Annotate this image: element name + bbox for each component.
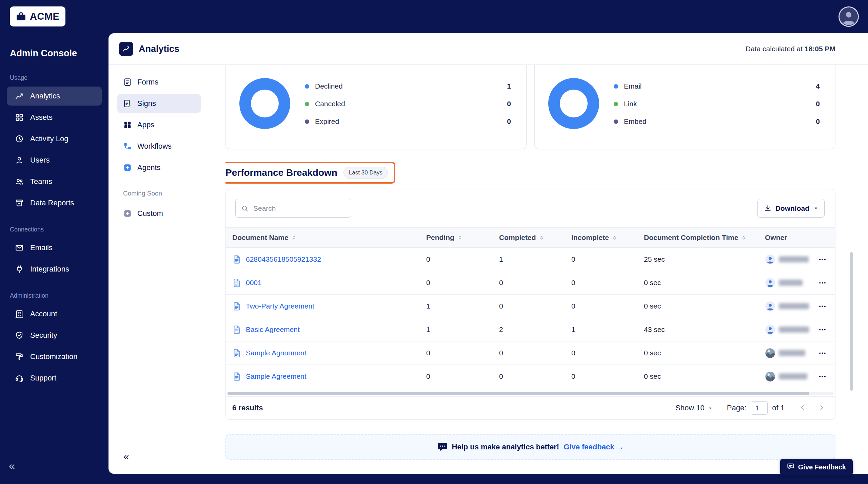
sidebar-sections: UsageAnalyticsAssetsActivity LogUsersTea… bbox=[0, 74, 108, 388]
give-feedback-link[interactable]: Give feedback → bbox=[564, 443, 624, 451]
document-icon bbox=[232, 278, 241, 287]
sidebar-item-data-reports[interactable]: Data Reports bbox=[7, 193, 102, 212]
previous-page-button[interactable] bbox=[798, 404, 807, 412]
column-header-actions bbox=[809, 228, 835, 247]
data-reports-icon bbox=[15, 199, 24, 207]
search-input[interactable] bbox=[253, 204, 346, 213]
sidebar-item-integrations[interactable]: Integrations bbox=[7, 260, 102, 279]
table-body: 628043561850592133201025 sec00010000 sec… bbox=[226, 248, 835, 388]
subnav-item-custom[interactable]: Custom bbox=[117, 204, 201, 223]
page-number-input[interactable] bbox=[751, 401, 768, 415]
document-name-link[interactable]: Two-Party Agreement bbox=[246, 302, 314, 310]
sidebar-item-users[interactable]: Users bbox=[7, 151, 102, 170]
donut-cards-row: Declined1Canceled0Expired0 Email4Link0Em… bbox=[225, 65, 835, 149]
donut-chart bbox=[548, 78, 599, 129]
acme-logo[interactable]: ACME bbox=[10, 6, 65, 26]
legend-label: Link bbox=[624, 100, 816, 108]
next-page-button[interactable] bbox=[817, 404, 826, 412]
cell-incomplete: 1 bbox=[565, 318, 637, 341]
results-count: 6 results bbox=[232, 404, 263, 412]
caret-down-icon bbox=[813, 205, 819, 211]
subnav-item-label: Custom bbox=[137, 209, 163, 218]
sidebar-item-list: EmailsIntegrations bbox=[0, 238, 108, 279]
sidebar-item-analytics[interactable]: Analytics bbox=[7, 87, 102, 106]
performance-breakdown-title: Performance Breakdown bbox=[225, 167, 337, 178]
sidebar-collapse-button[interactable]: « bbox=[9, 460, 15, 471]
cell-pending: 0 bbox=[420, 248, 493, 271]
document-name-link[interactable]: Sample Agreement bbox=[246, 349, 307, 357]
vertical-scrollbar[interactable] bbox=[850, 252, 853, 391]
owner-cell bbox=[758, 248, 809, 271]
subnav-collapse-button[interactable]: « bbox=[123, 451, 129, 462]
legend-row: Link0 bbox=[614, 99, 820, 109]
column-header-completed[interactable]: Completed bbox=[493, 228, 565, 247]
apps-icon bbox=[123, 120, 132, 129]
chevron-right-icon bbox=[818, 404, 825, 412]
sort-icon bbox=[612, 235, 617, 240]
document-name-cell: Two-Party Agreement bbox=[226, 295, 420, 318]
legend-value: 4 bbox=[816, 82, 820, 90]
document-name-cell: Sample Agreement bbox=[226, 365, 420, 388]
column-header-pending[interactable]: Pending bbox=[420, 228, 493, 247]
subnav-item-agents[interactable]: Agents bbox=[117, 158, 201, 177]
document-name-link[interactable]: Basic Agreement bbox=[246, 325, 300, 334]
donut-legend: Declined1Canceled0Expired0 bbox=[305, 81, 511, 127]
sidebar-item-customization[interactable]: Customization bbox=[7, 347, 102, 366]
document-name-link[interactable]: Sample Agreement bbox=[246, 372, 307, 380]
page-title: Analytics bbox=[139, 44, 179, 54]
sidebar-item-assets[interactable]: Assets bbox=[7, 108, 102, 127]
row-actions-button[interactable] bbox=[816, 323, 829, 336]
horizontal-scrollbar[interactable] bbox=[228, 392, 809, 395]
cell-incomplete: 0 bbox=[565, 248, 637, 271]
sidebar-item-label: Activity Log bbox=[30, 134, 68, 143]
sidebar-item-activity-log[interactable]: Activity Log bbox=[7, 129, 102, 148]
legend-value: 0 bbox=[816, 100, 820, 108]
sidebar-item-emails[interactable]: Emails bbox=[7, 238, 102, 257]
sidebar: Admin Console UsageAnalyticsAssetsActivi… bbox=[0, 33, 108, 484]
sidebar-item-account[interactable]: Account bbox=[7, 304, 102, 323]
cell-pending: 0 bbox=[420, 271, 493, 294]
legend-label: Email bbox=[624, 82, 816, 90]
legend-dot bbox=[305, 119, 309, 124]
show-per-page-select[interactable]: Show 10 bbox=[675, 404, 713, 412]
performance-table-card: Download Document NamePendingCompletedIn… bbox=[225, 189, 835, 420]
users-icon bbox=[15, 156, 24, 165]
column-header-incomplete[interactable]: Incomplete bbox=[565, 228, 637, 247]
document-icon bbox=[232, 255, 241, 264]
sidebar-item-security[interactable]: Security bbox=[7, 326, 102, 345]
integrations-icon bbox=[15, 265, 24, 274]
subnav-item-signs[interactable]: Signs bbox=[117, 94, 201, 113]
give-feedback-button[interactable]: Give Feedback bbox=[780, 459, 853, 476]
sidebar-item-teams[interactable]: Teams bbox=[7, 172, 102, 191]
actions-cell bbox=[809, 271, 835, 294]
column-header-document-name[interactable]: Document Name bbox=[226, 228, 420, 247]
document-name-link[interactable]: 6280435618505921332 bbox=[246, 255, 321, 263]
customization-icon bbox=[15, 352, 24, 361]
owner-name-redacted bbox=[779, 280, 803, 286]
document-name-link[interactable]: 0001 bbox=[246, 279, 262, 287]
table-row: Basic Agreement12143 sec bbox=[226, 318, 835, 341]
legend-value: 0 bbox=[507, 117, 511, 126]
sidebar-item-label: Assets bbox=[30, 113, 53, 122]
cell-incomplete: 0 bbox=[565, 365, 637, 388]
sidebar-item-support[interactable]: Support bbox=[7, 369, 102, 388]
row-actions-button[interactable] bbox=[816, 300, 829, 313]
annotation-highlight-box: Performance Breakdown Last 30 Days bbox=[225, 162, 395, 184]
column-header-document-completion-time[interactable]: Document Completion Time bbox=[637, 228, 758, 247]
cell-pending: 1 bbox=[420, 295, 493, 318]
actions-cell bbox=[809, 365, 835, 388]
actions-cell bbox=[809, 248, 835, 271]
owner-name-redacted bbox=[779, 350, 805, 356]
subnav-item-forms[interactable]: Forms bbox=[117, 73, 201, 92]
user-avatar[interactable] bbox=[840, 7, 858, 26]
subnav-item-label: Apps bbox=[137, 120, 154, 129]
download-button[interactable]: Download bbox=[757, 199, 825, 218]
row-actions-button[interactable] bbox=[816, 347, 829, 359]
row-actions-button[interactable] bbox=[816, 370, 829, 383]
row-actions-button[interactable] bbox=[816, 277, 829, 289]
subnav-item-workflows[interactable]: Workflows bbox=[117, 137, 201, 156]
sidebar-item-list: AnalyticsAssetsActivity LogUsersTeamsDat… bbox=[0, 87, 108, 212]
row-actions-button[interactable] bbox=[816, 253, 829, 266]
subnav-item-apps[interactable]: Apps bbox=[117, 115, 201, 134]
sidebar-item-label: Integrations bbox=[30, 265, 69, 274]
